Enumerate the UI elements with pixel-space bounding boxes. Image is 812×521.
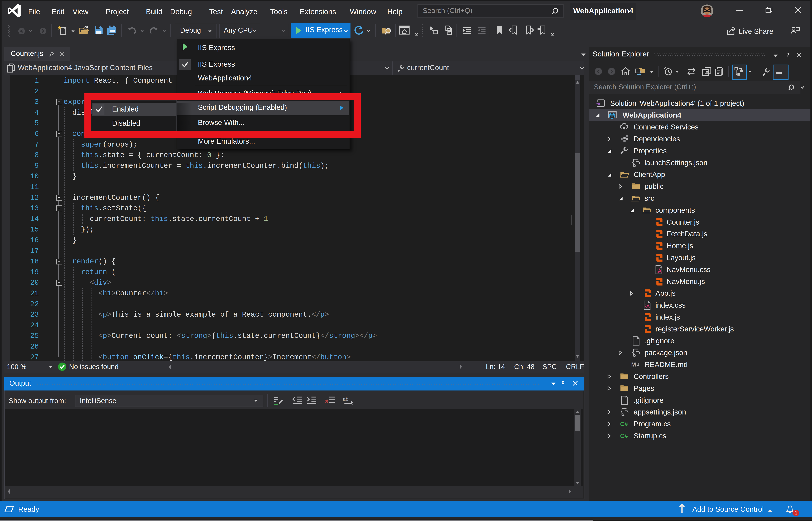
svg-text:C#: C#	[620, 421, 628, 427]
svg-text:ab: ab	[343, 396, 348, 402]
svg-text:M: M	[631, 361, 636, 368]
svg-text:C#: C#	[620, 432, 628, 439]
